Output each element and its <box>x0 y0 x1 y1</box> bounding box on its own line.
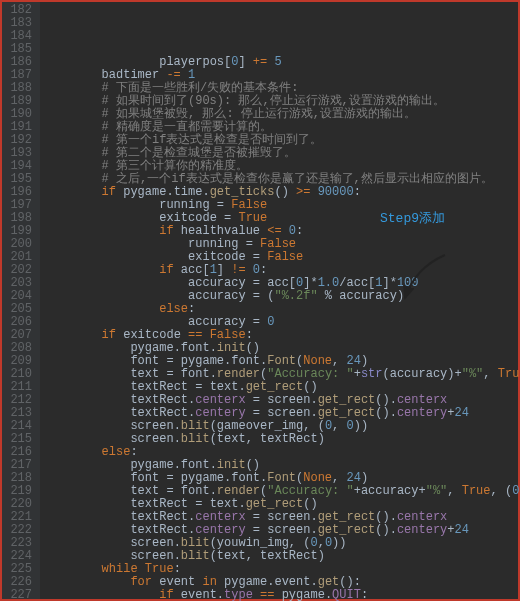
annotation-arrow <box>400 227 460 329</box>
code-area[interactable]: Step9添加 playerpos[0] += 5 badtimer -= 1 … <box>40 2 520 599</box>
code-line[interactable]: if event.type == pygame.QUIT: <box>44 589 520 601</box>
line-number: 227 <box>6 589 32 601</box>
editor-viewport: 1821831841851861871881891901911921931941… <box>0 0 520 601</box>
line-number-gutter: 1821831841851861871881891901911921931941… <box>2 2 40 599</box>
annotation-label: Step9添加 <box>380 212 445 225</box>
